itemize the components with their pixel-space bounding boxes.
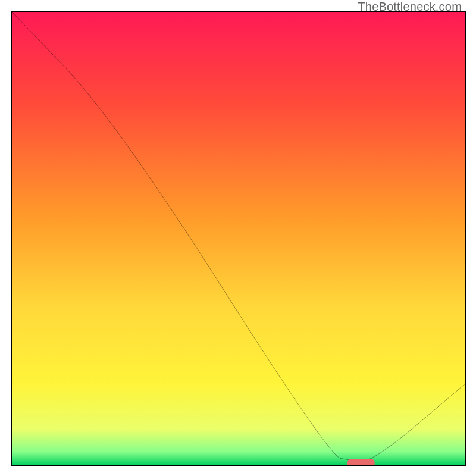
chart-frame [11, 11, 466, 466]
chart-svg [12, 12, 465, 465]
highlight-marker [347, 459, 375, 465]
gradient-background [12, 12, 465, 465]
